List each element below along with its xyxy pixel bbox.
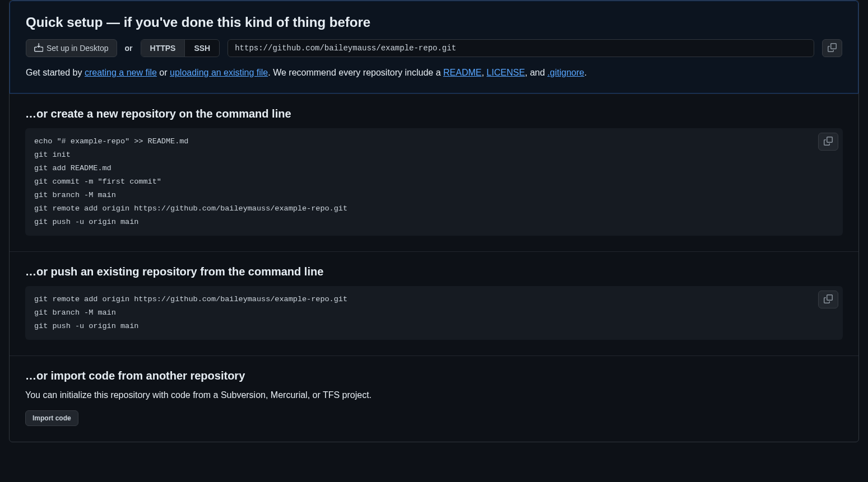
protocol-toggle: HTTPS SSH xyxy=(141,39,220,57)
push-repo-heading: …or push an existing repository from the… xyxy=(25,265,843,278)
copy-url-button[interactable] xyxy=(822,39,842,57)
import-code-section: …or import code from another repository … xyxy=(10,355,858,442)
ssh-tab[interactable]: SSH xyxy=(184,40,219,57)
hint-text-4: , xyxy=(481,68,486,77)
quick-setup-panel: Quick setup — if you've done this kind o… xyxy=(10,1,858,93)
import-heading: …or import code from another repository xyxy=(25,369,843,382)
push-repo-section: …or push an existing repository from the… xyxy=(10,251,858,355)
setup-controls-row: Set up in Desktop or HTTPS SSH xyxy=(26,39,842,57)
hint-text-5: , and xyxy=(525,68,547,77)
repo-setup-container: Quick setup — if you've done this kind o… xyxy=(9,0,859,442)
import-description: You can initialize this repository with … xyxy=(25,390,843,400)
quick-setup-hint: Get started by creating a new file or up… xyxy=(26,66,842,79)
hint-text-1: Get started by xyxy=(26,68,85,77)
create-code-wrap: echo "# example-repo" >> README.md git i… xyxy=(25,128,843,236)
copy-push-code-button[interactable] xyxy=(818,291,838,308)
setup-desktop-button[interactable]: Set up in Desktop xyxy=(26,39,117,57)
gitignore-link[interactable]: .gitignore xyxy=(547,68,584,77)
hint-text-2: or xyxy=(157,68,170,77)
create-repo-code[interactable]: echo "# example-repo" >> README.md git i… xyxy=(25,128,843,236)
copy-icon xyxy=(824,137,833,147)
or-separator: or xyxy=(125,44,133,53)
create-repo-section: …or create a new repository on the comma… xyxy=(10,93,858,251)
setup-desktop-label: Set up in Desktop xyxy=(47,44,109,53)
copy-create-code-button[interactable] xyxy=(818,133,838,151)
quick-setup-heading: Quick setup — if you've done this kind o… xyxy=(26,15,842,30)
upload-file-link[interactable]: uploading an existing file xyxy=(170,68,268,77)
create-file-link[interactable]: creating a new file xyxy=(85,68,157,77)
license-link[interactable]: LICENSE xyxy=(486,68,524,77)
readme-link[interactable]: README xyxy=(443,68,481,77)
hint-text-3: . We recommend every repository include … xyxy=(268,68,443,77)
copy-icon xyxy=(824,294,833,305)
https-tab[interactable]: HTTPS xyxy=(141,40,185,57)
create-repo-heading: …or create a new repository on the comma… xyxy=(25,107,843,120)
desktop-download-icon xyxy=(34,43,43,54)
hint-text-6: . xyxy=(584,68,587,77)
clone-url-input[interactable] xyxy=(228,39,814,57)
copy-icon xyxy=(828,43,837,54)
import-code-button[interactable]: Import code xyxy=(25,410,78,426)
push-repo-code[interactable]: git remote add origin https://github.com… xyxy=(25,286,843,340)
push-code-wrap: git remote add origin https://github.com… xyxy=(25,286,843,340)
